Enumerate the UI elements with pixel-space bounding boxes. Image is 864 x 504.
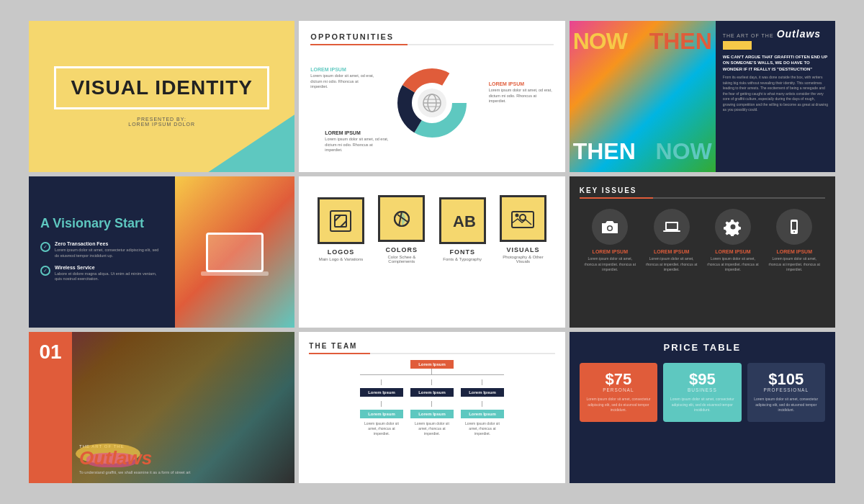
now-text-2: NOW bbox=[656, 138, 712, 165]
slide-outlaws-dark: NOW THEN THEN NOW THE ART OF THE Outlaws… bbox=[570, 21, 835, 172]
colors-icon-frame bbox=[378, 195, 425, 242]
feature-icon-2: ✓ bbox=[40, 266, 50, 276]
team-title: THE TEAM bbox=[309, 342, 554, 350]
slide-price-table: PRICE TABLE $75 PERSONAL Lorem ipsum dol… bbox=[570, 332, 835, 483]
feature-text-2: Wireless Service Labore et dolore magna … bbox=[55, 265, 163, 282]
label-right: LOREM IPSUM Lorem ipsum dolor sit amet, … bbox=[489, 81, 554, 104]
org-col-1: Lorem Ipsum bbox=[360, 379, 403, 397]
outlaws-text-panel: THE ART OF THE Outlaws WE CAN'T ARGUE TH… bbox=[716, 21, 835, 172]
org-connector-bot-3 bbox=[482, 401, 482, 407]
key-issues-row: LOREM IPSUM Lorem ipsum dolor sit amet, … bbox=[580, 209, 825, 273]
svg-line-12 bbox=[341, 221, 346, 227]
key-issues-underline bbox=[580, 197, 825, 199]
price-table-title: PRICE TABLE bbox=[580, 342, 825, 353]
laptop-illustration bbox=[206, 233, 264, 272]
mobile-circle bbox=[776, 209, 812, 245]
logos-icon bbox=[328, 208, 354, 234]
slide-key-issues: KEY ISSUES LOREM IPSUM Lorem ipsum dolor… bbox=[570, 176, 835, 328]
title-box: VISUAL IDENTITY bbox=[54, 66, 269, 110]
outlaws-photo-title: Outlaws bbox=[79, 449, 287, 467]
price-card-business: $95 BUSINESS Lorem ipsum dolor sit amet,… bbox=[663, 363, 741, 422]
price-card-professional: $105 PROFESSIONAL Lorem ipsum dolor sit … bbox=[747, 363, 825, 422]
price-text-1: Lorem ipsum dolor sit amet, consectetur … bbox=[585, 397, 652, 413]
org-bottom-text-1: Lorem ipsum dolor sit amet, rhoncus at i… bbox=[361, 421, 401, 436]
camera-circle bbox=[592, 209, 628, 245]
svg-point-26 bbox=[730, 225, 735, 230]
org-bottom-col-2: Lorem Ipsum Lorem ipsum dolor sit amet, … bbox=[410, 401, 454, 436]
slide-opportunities: OPPORTUNITIES LOREM IPSUM Lorem ipsum do… bbox=[299, 21, 564, 172]
price-plan-1: PERSONAL bbox=[603, 387, 634, 392]
svg-line-11 bbox=[335, 215, 341, 221]
then-text-1: THEN bbox=[649, 28, 712, 55]
svg-point-20 bbox=[516, 214, 518, 216]
svg-rect-25 bbox=[663, 230, 680, 232]
svg-point-29 bbox=[793, 231, 795, 233]
org-mid-node-1: Lorem Ipsum bbox=[360, 388, 403, 397]
fonts-sublabel: Fonts & Typography bbox=[443, 257, 482, 261]
fonts-icon: ABC bbox=[449, 208, 475, 234]
slide-visionary-start: A Visionary Start ✓ Zero Transaction Fee… bbox=[29, 176, 294, 328]
org-top-node: Lorem Ipsum bbox=[410, 360, 454, 369]
logos-label: LOGOS bbox=[328, 248, 355, 256]
issue-text-2: Lorem ipsum dolor sit amet, rhoncus at i… bbox=[644, 256, 698, 273]
svg-point-22 bbox=[608, 227, 612, 230]
svg-rect-28 bbox=[792, 222, 796, 230]
feature-text-1: Zero Transaction Fees Lorem ipsum dolor … bbox=[55, 241, 163, 258]
visuals-label: VISUALS bbox=[506, 246, 539, 253]
price-plan-3: PROFESSIONAL bbox=[764, 387, 809, 392]
feature-2: ✓ Wireless Service Labore et dolore magn… bbox=[40, 265, 163, 282]
fonts-icon-frame: ABC bbox=[439, 197, 486, 244]
org-bottom-text-2: Lorem ipsum dolor sit amet, rhoncus at i… bbox=[412, 421, 451, 436]
camera-icon bbox=[600, 217, 619, 236]
slide-the-team: THE TEAM Lorem Ipsum Lorem Ipsum Lorem I… bbox=[299, 332, 564, 483]
logos-item: LOGOS Main Logo & Variations bbox=[314, 197, 367, 261]
issue-camera: LOREM IPSUM Lorem ipsum dolor sit amet, … bbox=[583, 209, 637, 273]
label-left: LOREM IPSUM Lorem ipsum dolor sit amet, … bbox=[310, 67, 375, 90]
issue-label-4: LOREM IPSUM bbox=[777, 249, 812, 254]
org-bottom-text-3: Lorem ipsum dolor sit amet, rhoncus at i… bbox=[462, 421, 502, 436]
now-text-1: NOW bbox=[573, 28, 627, 55]
issue-mobile: LOREM IPSUM Lorem ipsum dolor sit amet, … bbox=[768, 209, 822, 273]
svg-rect-10 bbox=[335, 215, 346, 227]
issue-text-3: Lorem ipsum dolor sit amet, rhoncus at i… bbox=[706, 256, 760, 273]
slide-grid: VISUAL IDENTITY PRESENTED BY: LOREM IPSU… bbox=[14, 6, 850, 498]
identity-icons-row: LOGOS Main Logo & Variations COLORS C bbox=[310, 195, 553, 264]
chart-area: LOREM IPSUM Lorem ipsum dolor sit amet, … bbox=[310, 53, 553, 153]
label-bottom: LOREM IPSUM Lorem ipsum dolor sit amet, … bbox=[325, 130, 390, 153]
colors-icon bbox=[389, 206, 415, 232]
title-underline bbox=[310, 44, 553, 45]
org-col-2: Lorem Ipsum bbox=[410, 379, 454, 397]
price-amount-3: $105 bbox=[768, 372, 804, 387]
key-issues-title: KEY ISSUES bbox=[580, 186, 825, 194]
org-hline bbox=[360, 374, 504, 375]
org-bottom-col-3: Lorem Ipsum Lorem ipsum dolor sit amet, … bbox=[461, 401, 504, 436]
outlaws-quote: WE CAN'T ARGUE THAT GRAFFITI OFTEN END U… bbox=[723, 54, 828, 72]
org-chart: Lorem Ipsum Lorem Ipsum Lorem Ipsum Lore… bbox=[309, 360, 554, 436]
then-text-2: THEN bbox=[573, 138, 636, 165]
price-plan-2: BUSINESS bbox=[688, 387, 717, 392]
issue-text-1: Lorem ipsum dolor sit amet, rhoncus at i… bbox=[583, 256, 637, 273]
graffiti-image: NOW THEN THEN NOW bbox=[570, 21, 716, 172]
org-mid-node-2: Lorem Ipsum bbox=[410, 388, 454, 397]
slide-title-opportunities: OPPORTUNITIES bbox=[310, 32, 553, 41]
price-text-2: Lorem ipsum dolor sit amet, consectetur … bbox=[669, 397, 735, 413]
issue-laptop: LOREM IPSUM Lorem ipsum dolor sit amet, … bbox=[644, 209, 698, 273]
svg-point-19 bbox=[520, 215, 526, 220]
mobile-icon bbox=[785, 217, 804, 236]
visionary-right-panel bbox=[175, 176, 294, 328]
slide-visual-identity: VISUAL IDENTITY PRESENTED BY: LOREM IPSU… bbox=[29, 21, 294, 172]
yellow-bar-decoration bbox=[723, 41, 752, 50]
org-mid-node-3: Lorem Ipsum bbox=[461, 388, 504, 397]
laptop-circle bbox=[654, 209, 690, 245]
feature-icon-1: ✓ bbox=[40, 242, 50, 252]
price-amount-2: $95 bbox=[689, 372, 716, 387]
red-side-bar: 01 bbox=[29, 332, 72, 483]
org-connector-bot-1 bbox=[381, 401, 382, 407]
org-connector-mid-2 bbox=[431, 379, 432, 385]
visuals-icon bbox=[510, 206, 536, 232]
org-bottom-row: Lorem Ipsum Lorem ipsum dolor sit amet, … bbox=[360, 401, 504, 436]
outlaws-body: From its earliest days, it was done outs… bbox=[723, 75, 828, 113]
subtitle: PRESENTED BY: LOREM IPSUM DOLOR bbox=[128, 117, 195, 127]
slide-identity-elements: LOGOS Main Logo & Variations COLORS C bbox=[299, 176, 564, 328]
issue-text-4: Lorem ipsum dolor sit amet, rhoncus at i… bbox=[768, 256, 822, 273]
